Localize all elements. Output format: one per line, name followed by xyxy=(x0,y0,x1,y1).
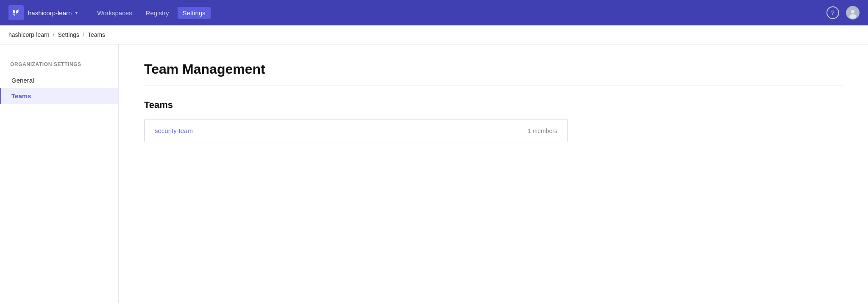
avatar[interactable] xyxy=(846,6,860,19)
breadcrumb: hashicorp-learn / Settings / Teams xyxy=(0,25,868,44)
nav-left: hashicorp-learn ▼ Workspaces Registry Se… xyxy=(8,5,211,20)
org-selector[interactable]: hashicorp-learn ▼ xyxy=(28,9,78,17)
teams-section-title: Teams xyxy=(144,100,843,111)
sidebar-item-general[interactable]: General xyxy=(0,72,118,88)
divider xyxy=(144,86,843,86)
team-members-count: 1 members xyxy=(528,128,557,134)
workspaces-nav-link[interactable]: Workspaces xyxy=(92,7,137,19)
avatar-icon xyxy=(847,7,859,19)
breadcrumb-sep-2: / xyxy=(83,31,84,38)
chevron-down-icon: ▼ xyxy=(74,11,78,15)
sidebar: Organization settings General Teams xyxy=(0,44,119,303)
breadcrumb-settings-link[interactable]: Settings xyxy=(58,31,79,38)
logo-area[interactable]: hashicorp-learn ▼ xyxy=(8,5,78,20)
teams-table: security-team 1 members xyxy=(144,119,568,142)
main-layout: Organization settings General Teams Team… xyxy=(0,44,868,303)
help-button[interactable]: ? xyxy=(826,6,839,19)
nav-links: Workspaces Registry Settings xyxy=(92,7,210,19)
org-name-label: hashicorp-learn xyxy=(28,9,72,17)
top-navigation: hashicorp-learn ▼ Workspaces Registry Se… xyxy=(0,0,868,25)
registry-nav-link[interactable]: Registry xyxy=(141,7,174,19)
logo-icon xyxy=(8,5,24,20)
page-title: Team Management xyxy=(144,61,843,77)
sidebar-section-label: Organization settings xyxy=(0,61,118,72)
breadcrumb-sep-1: / xyxy=(53,31,55,38)
sidebar-item-teams[interactable]: Teams xyxy=(0,88,118,104)
main-content: Team Management Teams security-team 1 me… xyxy=(119,44,868,303)
svg-point-2 xyxy=(851,10,855,14)
table-row: security-team 1 members xyxy=(145,119,568,142)
nav-right: ? xyxy=(826,6,860,19)
breadcrumb-org-link[interactable]: hashicorp-learn xyxy=(8,31,50,38)
breadcrumb-current: Teams xyxy=(88,31,105,38)
question-icon: ? xyxy=(831,9,835,16)
team-link-security[interactable]: security-team xyxy=(155,127,193,134)
svg-point-3 xyxy=(849,14,856,19)
settings-nav-link[interactable]: Settings xyxy=(178,7,211,19)
